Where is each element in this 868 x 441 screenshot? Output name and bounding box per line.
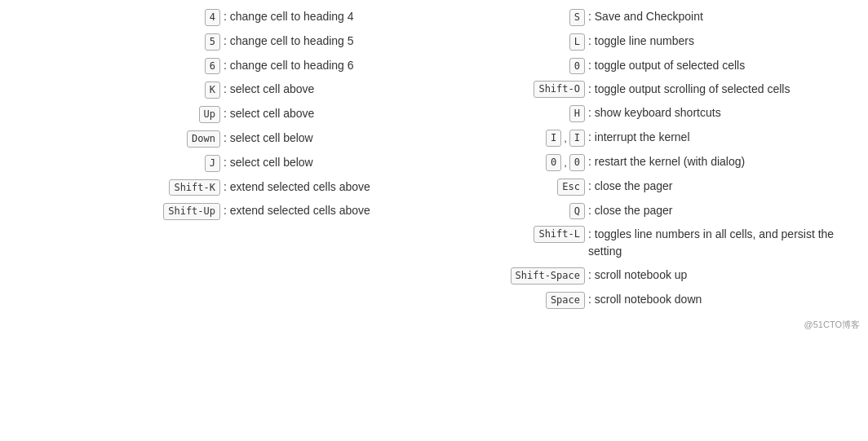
shortcut-row: Esc: close the pager — [495, 178, 852, 196]
shortcut-description: : scroll notebook up — [588, 267, 852, 284]
shortcut-description: : select cell above — [224, 105, 463, 122]
shortcut-description: : change cell to heading 4 — [224, 8, 463, 25]
shortcut-row: I,I: interrupt the kernel — [495, 129, 852, 147]
shortcut-description: : interrupt the kernel — [588, 129, 852, 146]
shortcut-row: 0,0: restart the kernel (with dialog) — [495, 153, 852, 171]
keyboard-key: 6 — [205, 58, 220, 75]
keyboard-key: Up — [199, 106, 220, 123]
key-area: Esc — [495, 179, 585, 196]
shortcut-description: : extend selected cells above — [224, 202, 463, 219]
shortcut-description: : close the pager — [588, 178, 852, 195]
key-area: S — [495, 9, 585, 26]
shortcut-row: Q: close the pager — [495, 202, 852, 220]
shortcut-row: Shift-Up: extend selected cells above — [106, 202, 463, 220]
key-separator: , — [564, 132, 567, 144]
key-area: H — [495, 105, 585, 122]
shortcut-row: K: select cell above — [106, 81, 463, 99]
key-area: 0 — [495, 58, 585, 75]
key-area: L — [495, 33, 585, 51]
keyboard-key: Shift-O — [534, 81, 585, 98]
keyboard-key: Shift-Space — [511, 267, 585, 284]
shortcut-description: : toggle line numbers — [588, 33, 852, 50]
key-area: Q — [495, 203, 585, 220]
key-area: Shift-L — [495, 226, 585, 243]
keyboard-key: S — [569, 9, 585, 26]
key-area: Shift-O — [495, 81, 585, 98]
keyboard-key: Shift-L — [534, 226, 585, 243]
key-area: 6 — [106, 58, 220, 75]
shortcut-row: H: show keyboard shortcuts — [495, 104, 852, 122]
keyboard-key: Space — [546, 292, 585, 309]
keyboard-key: Down — [187, 130, 220, 148]
shortcut-row: L: toggle line numbers — [495, 33, 852, 51]
shortcut-description: : select cell above — [224, 81, 463, 98]
key-area: Space — [495, 292, 585, 309]
shortcut-row: Shift-O: toggle output scrolling of sele… — [495, 81, 852, 98]
key-area: J — [106, 155, 220, 172]
keyboard-key: 0 — [569, 58, 585, 75]
shortcut-row: Down: select cell below — [106, 130, 463, 148]
shortcut-row: Shift-K: extend selected cells above — [106, 179, 463, 196]
shortcut-description: : toggle output scrolling of selected ce… — [588, 81, 852, 98]
shortcut-description: : select cell below — [224, 130, 463, 147]
key-area: Up — [106, 106, 220, 123]
key-area: Shift-K — [106, 179, 220, 196]
keyboard-key: Shift-K — [169, 179, 220, 196]
shortcut-description: : close the pager — [588, 202, 852, 219]
keyboard-key: I — [569, 130, 585, 147]
keyboard-key: 5 — [205, 33, 220, 51]
keyboard-key: 0 — [546, 154, 561, 171]
keyboard-key: 0 — [569, 154, 585, 171]
shortcut-description: : change cell to heading 5 — [224, 33, 463, 50]
shortcut-row: Shift-L: toggles line numbers in all cel… — [495, 226, 852, 260]
keyboard-key: K — [205, 82, 220, 99]
keyboard-key: Shift-Up — [163, 203, 220, 220]
keyboard-key: Esc — [557, 179, 585, 196]
left-column: 4: change cell to heading 45: change cel… — [0, 8, 479, 315]
shortcut-description: : change cell to heading 6 — [224, 57, 463, 74]
keyboard-key: I — [546, 130, 561, 147]
shortcut-description: : Save and Checkpoint — [588, 8, 852, 25]
shortcut-row: Up: select cell above — [106, 105, 463, 123]
key-area: I,I — [495, 130, 585, 147]
keyboard-key: H — [569, 105, 585, 122]
shortcut-row: Space: scroll notebook down — [495, 291, 852, 309]
shortcut-description: : select cell below — [224, 154, 463, 171]
right-column: S: Save and CheckpointL: toggle line num… — [479, 8, 868, 315]
key-area: 4 — [106, 9, 220, 26]
key-area: K — [106, 82, 220, 99]
keyboard-key: J — [205, 155, 220, 172]
shortcut-row: J: select cell below — [106, 154, 463, 172]
watermark: @51CTO博客 — [0, 319, 868, 331]
shortcut-description: : show keyboard shortcuts — [588, 104, 852, 121]
shortcut-row: 0: toggle output of selected cells — [495, 57, 852, 75]
shortcut-row: S: Save and Checkpoint — [495, 8, 852, 26]
key-area: 5 — [106, 33, 220, 51]
key-separator: , — [564, 157, 567, 169]
shortcut-description: : toggles line numbers in all cells, and… — [588, 226, 852, 260]
keyboard-key: Q — [569, 203, 585, 220]
keyboard-key: 4 — [205, 9, 220, 26]
shortcut-description: : extend selected cells above — [224, 179, 463, 196]
shortcut-description: : scroll notebook down — [588, 291, 852, 308]
key-area: Down — [106, 130, 220, 148]
key-area: Shift-Up — [106, 203, 220, 220]
shortcuts-container: 4: change cell to heading 45: change cel… — [0, 8, 868, 315]
shortcut-row: 6: change cell to heading 6 — [106, 57, 463, 75]
shortcut-row: Shift-Space: scroll notebook up — [495, 267, 852, 284]
shortcut-description: : restart the kernel (with dialog) — [588, 153, 852, 170]
key-area: Shift-Space — [495, 267, 585, 284]
shortcut-row: 4: change cell to heading 4 — [106, 8, 463, 26]
keyboard-key: L — [569, 33, 585, 51]
shortcut-description: : toggle output of selected cells — [588, 57, 852, 74]
key-area: 0,0 — [495, 154, 585, 171]
shortcut-row: 5: change cell to heading 5 — [106, 33, 463, 51]
